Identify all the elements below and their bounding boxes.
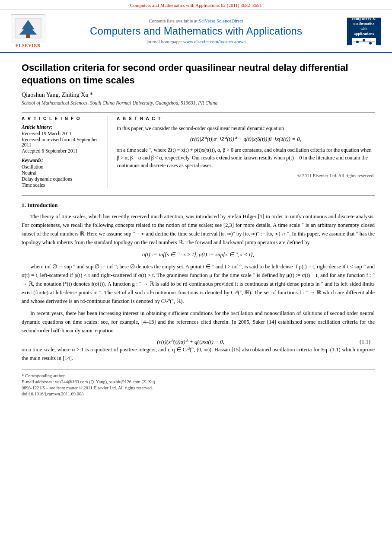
section-divider-2 — [22, 195, 375, 196]
journal-logo-row: ELSEVIER Contents lists available at Sci… — [0, 10, 392, 53]
svg-point-6 — [356, 41, 359, 43]
copyright: © 2011 Elsevier Ltd. All rights reserved… — [117, 173, 375, 178]
equation-1-1-block: (r(t)(xᴬ(t))α)ᴬ + q(t)xα(t) = 0, (1.1) — [22, 338, 375, 345]
sciverse-link[interactable]: SciVerse ScienceDirect — [199, 18, 243, 23]
journal-reference: Computers and Mathematics with Applicati… — [0, 0, 392, 10]
journal-right-logo: computers & mathematics with application… — [344, 17, 383, 45]
section-divider — [22, 112, 375, 113]
elsevier-text: ELSEVIER — [16, 43, 41, 48]
abstract-body: on a time scale ᵔ, where Z(t) = x(t) + p… — [117, 146, 375, 169]
sigma-rho-def: σ(t) := inf{s ∈ ᵔ : s > t}, ρ(t) := sup{… — [22, 251, 375, 258]
equation-1-1-number: (1.1) — [360, 338, 375, 345]
homepage-line: journal homepage: www.elsevier.com/locat… — [52, 39, 340, 44]
journal-title-block: Contents lists available at SciVerse Sci… — [48, 18, 344, 44]
homepage-url[interactable]: www.elsevier.com/locate/camwa — [183, 39, 246, 44]
intro-paragraph-1: The theory of time scales, which has rec… — [22, 212, 375, 247]
equation-1-1: (r(t)(xᴬ(t))α)ᴬ + q(t)xα(t) = 0, — [22, 338, 360, 345]
contents-line: Contents lists available at SciVerse Sci… — [52, 18, 340, 23]
svg-rect-3 — [26, 35, 30, 38]
keyword-3: Delay dynamic equations — [22, 176, 101, 182]
right-logo-box: computers & mathematics with application… — [347, 17, 381, 45]
article-info-col: A R T I C L E I N F O Article history: R… — [22, 116, 108, 188]
abstract-col: A B S T R A C T In this paper, we consid… — [117, 116, 375, 188]
authors: Qiaoshun Yang, Zhiting Xu * — [22, 92, 375, 99]
elsevier-logo-image — [11, 14, 45, 42]
svg-point-8 — [369, 42, 372, 45]
intro-paragraph-3: In recent years, there has been increasi… — [22, 309, 375, 335]
journal-name: Computers and Mathematics with Applicati… — [52, 25, 340, 37]
footnote-section: * Corresponding author. E-mail addresses… — [22, 369, 375, 396]
footnote-email: E-mail addresses: yqs244@163.com (Q. Yan… — [22, 379, 375, 384]
footnote-doi: doi:10.1016/j.camwa.2011.09.008 — [22, 392, 375, 396]
article-history-label: Article history: — [22, 124, 101, 130]
intro-section-title: 1. Introduction — [22, 202, 375, 209]
article-info-header: A R T I C L E I N F O — [22, 116, 101, 121]
received-date: Received 19 March 2011 — [22, 131, 101, 136]
keywords-section: Keywords: Oscillation Neutral Delay dyna… — [22, 158, 101, 188]
info-section: A R T I C L E I N F O Article history: R… — [22, 116, 375, 188]
article-content: Oscillation criteria for second order qu… — [0, 53, 392, 406]
footnote-issn: 0898-1221/$ – see front matter © 2011 El… — [22, 385, 375, 390]
keyword-1: Oscillation — [22, 164, 101, 169]
abstract-header: A B S T R A C T — [117, 116, 375, 121]
elsevier-logo: ELSEVIER — [9, 14, 48, 48]
revised-date: Received in revised form 4 September 201… — [22, 137, 101, 147]
abstract-equation: (r(t)|Zᴬ(t)|α⁻¹Zᴬ(t))ᴬ + q(t)|x(δ(t))|β⁻… — [117, 136, 375, 143]
keywords-label: Keywords: — [22, 158, 101, 163]
abstract-intro: In this paper, we consider the second-or… — [117, 124, 375, 132]
svg-point-7 — [363, 39, 365, 41]
affiliation: School of Mathematical Sciences, South C… — [22, 100, 375, 105]
keyword-2: Neutral — [22, 170, 101, 175]
article-title: Oscillation criteria for second order qu… — [22, 62, 375, 86]
keyword-4: Time scales — [22, 182, 101, 188]
accepted-date: Accepted 6 September 2011 — [22, 148, 101, 153]
intro-paragraph-2: where inf ∅ := sup ᵔ and sup ∅ := inf ᵔ;… — [22, 262, 375, 306]
footnote-corresponding: * Corresponding author. — [22, 373, 375, 378]
intro-paragraph-4: on a time scale, where α > 1 is a quotie… — [22, 345, 375, 363]
